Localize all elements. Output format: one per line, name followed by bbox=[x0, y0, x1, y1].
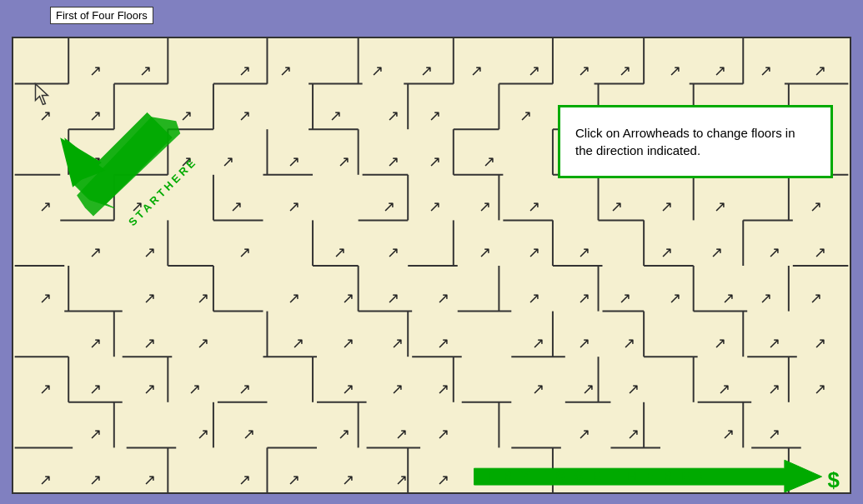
svg-text:↗: ↗ bbox=[814, 381, 826, 397]
svg-text:↗: ↗ bbox=[143, 381, 156, 397]
svg-text:↗: ↗ bbox=[279, 62, 292, 79]
svg-text:↗: ↗ bbox=[429, 153, 441, 170]
svg-text:↗: ↗ bbox=[197, 426, 209, 442]
svg-text:↗: ↗ bbox=[660, 244, 673, 261]
svg-text:↗: ↗ bbox=[623, 335, 635, 352]
svg-text:↗: ↗ bbox=[718, 381, 730, 397]
svg-text:↗: ↗ bbox=[627, 381, 640, 397]
svg-text:↗: ↗ bbox=[39, 381, 52, 397]
title-bar: First of Four Floors bbox=[50, 7, 153, 24]
svg-text:↗: ↗ bbox=[39, 107, 52, 124]
svg-text:↗: ↗ bbox=[143, 335, 156, 352]
svg-text:↗: ↗ bbox=[437, 335, 449, 352]
svg-text:↗: ↗ bbox=[578, 426, 590, 442]
svg-text:↗: ↗ bbox=[610, 198, 623, 215]
svg-text:↗: ↗ bbox=[143, 472, 156, 488]
end-label: T R Y T O G E T H E R E ! bbox=[487, 469, 707, 482]
svg-text:↗: ↗ bbox=[238, 381, 251, 397]
svg-text:↗: ↗ bbox=[387, 290, 399, 307]
svg-text:↗: ↗ bbox=[528, 290, 540, 307]
svg-text:↗: ↗ bbox=[437, 381, 449, 397]
title-text: First of Four Floors bbox=[56, 9, 148, 22]
svg-text:↗: ↗ bbox=[222, 153, 234, 170]
svg-text:↗: ↗ bbox=[338, 153, 350, 170]
svg-text:↗: ↗ bbox=[578, 290, 590, 307]
svg-text:↗: ↗ bbox=[387, 244, 399, 261]
svg-text:↗: ↗ bbox=[578, 335, 590, 352]
svg-text:↗: ↗ bbox=[395, 472, 408, 488]
svg-text:↗: ↗ bbox=[387, 107, 399, 124]
svg-text:↗: ↗ bbox=[420, 62, 433, 79]
svg-text:↗: ↗ bbox=[139, 62, 152, 79]
svg-text:↗: ↗ bbox=[329, 107, 342, 124]
svg-text:↗: ↗ bbox=[89, 381, 102, 397]
svg-text:↗: ↗ bbox=[814, 62, 826, 79]
svg-text:↗: ↗ bbox=[243, 426, 255, 442]
svg-text:↗: ↗ bbox=[479, 198, 491, 215]
svg-text:↗: ↗ bbox=[532, 381, 544, 397]
svg-text:↗: ↗ bbox=[288, 290, 300, 307]
svg-text:↗: ↗ bbox=[391, 381, 404, 397]
svg-text:↗: ↗ bbox=[89, 472, 102, 488]
svg-text:↗: ↗ bbox=[89, 244, 102, 261]
svg-text:↗: ↗ bbox=[578, 244, 590, 261]
svg-text:↗: ↗ bbox=[188, 381, 201, 397]
svg-text:↗: ↗ bbox=[669, 290, 681, 307]
svg-text:↗: ↗ bbox=[519, 107, 532, 124]
svg-text:↗: ↗ bbox=[197, 335, 209, 352]
svg-text:↗: ↗ bbox=[342, 290, 354, 307]
svg-text:↗: ↗ bbox=[89, 426, 102, 442]
svg-text:↗: ↗ bbox=[383, 198, 395, 215]
svg-text:↗: ↗ bbox=[710, 244, 723, 261]
svg-text:↗: ↗ bbox=[288, 198, 300, 215]
svg-text:↗: ↗ bbox=[715, 198, 727, 215]
svg-text:↗: ↗ bbox=[39, 290, 52, 307]
svg-text:↗: ↗ bbox=[722, 426, 735, 442]
maze-container: ↗ ↗ ↗ ↗ ↗ ↗ ↗ ↗ ↗ ↗ ↗ ↗ ↗ ↗ ↗ ↗ ↗ ↗ ↗ ↗ … bbox=[12, 37, 851, 494]
svg-text:↗: ↗ bbox=[39, 472, 52, 488]
svg-text:↗: ↗ bbox=[582, 381, 595, 397]
svg-text:↗: ↗ bbox=[532, 335, 544, 352]
svg-text:↗: ↗ bbox=[39, 198, 52, 215]
svg-text:↗: ↗ bbox=[238, 472, 251, 488]
svg-text:↗: ↗ bbox=[528, 62, 540, 79]
svg-text:↗: ↗ bbox=[768, 381, 780, 397]
svg-text:↗: ↗ bbox=[238, 107, 251, 124]
svg-text:↗: ↗ bbox=[342, 381, 354, 397]
svg-text:↗: ↗ bbox=[338, 426, 350, 442]
svg-text:↗: ↗ bbox=[810, 290, 822, 307]
svg-text:↗: ↗ bbox=[715, 335, 727, 352]
svg-text:↗: ↗ bbox=[760, 290, 772, 307]
svg-text:↗: ↗ bbox=[288, 153, 300, 170]
svg-text:↗: ↗ bbox=[627, 426, 640, 442]
svg-text:↗: ↗ bbox=[470, 62, 483, 79]
svg-text:↗: ↗ bbox=[810, 198, 822, 215]
svg-text:↗: ↗ bbox=[395, 426, 408, 442]
svg-text:↗: ↗ bbox=[619, 290, 631, 307]
svg-text:↗: ↗ bbox=[715, 62, 727, 79]
svg-text:↗: ↗ bbox=[429, 198, 441, 215]
svg-text:↗: ↗ bbox=[437, 472, 449, 488]
svg-text:↗: ↗ bbox=[768, 244, 780, 261]
svg-text:↗: ↗ bbox=[578, 62, 590, 79]
svg-text:↗: ↗ bbox=[371, 62, 384, 79]
svg-text:↗: ↗ bbox=[479, 244, 491, 261]
svg-text:↗: ↗ bbox=[768, 335, 780, 352]
svg-text:↗: ↗ bbox=[180, 107, 193, 124]
info-box: Click on Arrowheads to change floors in … bbox=[558, 105, 833, 178]
svg-text:↗: ↗ bbox=[528, 244, 540, 261]
info-text: Click on Arrowheads to change floors in … bbox=[575, 126, 795, 157]
svg-text:↗: ↗ bbox=[437, 290, 449, 307]
svg-text:↗: ↗ bbox=[391, 335, 404, 352]
svg-text:↗: ↗ bbox=[334, 244, 346, 261]
svg-text:↗: ↗ bbox=[528, 198, 540, 215]
svg-text:↗: ↗ bbox=[143, 244, 156, 261]
svg-text:↗: ↗ bbox=[814, 335, 826, 352]
svg-text:↗: ↗ bbox=[292, 335, 304, 352]
svg-text:↗: ↗ bbox=[89, 107, 102, 124]
svg-text:↗: ↗ bbox=[483, 153, 495, 170]
svg-text:↗: ↗ bbox=[238, 244, 251, 261]
svg-text:↗: ↗ bbox=[342, 335, 354, 352]
svg-text:↗: ↗ bbox=[660, 198, 673, 215]
svg-text:↗: ↗ bbox=[342, 472, 354, 488]
